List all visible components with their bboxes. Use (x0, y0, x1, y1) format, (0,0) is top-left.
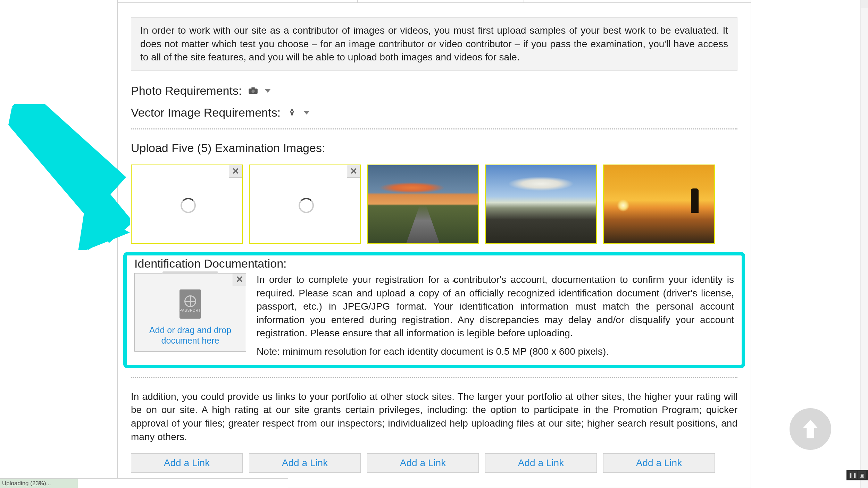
inactive-tab-edge (357, 0, 524, 2)
passport-icon: PASSPORT (180, 289, 201, 319)
scroll-to-top-button[interactable] (790, 408, 831, 450)
main-content-panel: In order to work with our site as a cont… (117, 0, 751, 488)
document-dropzone[interactable]: ✕ PASSPORT Add or drag and drop document… (134, 273, 246, 352)
svg-point-3 (291, 111, 293, 112)
upload-section-title: Upload Five (5) Examination Images: (131, 141, 751, 155)
thumbnail-image (604, 165, 714, 243)
loading-spinner-icon (181, 198, 193, 210)
svg-point-2 (252, 90, 255, 93)
close-icon[interactable]: ✕ (347, 165, 360, 178)
chevron-down-icon (265, 89, 271, 93)
add-link-button[interactable]: Add a Link (485, 453, 597, 473)
exam-thumb-3[interactable]: ✕ (367, 165, 479, 244)
exam-thumb-1[interactable]: ✕ (131, 165, 243, 244)
add-link-button[interactable]: Add a Link (367, 453, 479, 473)
doc-upload-progress (162, 271, 218, 274)
present-button[interactable]: ▣ (858, 471, 866, 479)
pen-nib-icon (287, 108, 297, 117)
photo-requirements-row[interactable]: Photo Requirements: (131, 84, 737, 98)
tab-strip (118, 0, 751, 3)
exam-thumb-2[interactable]: ✕ (249, 165, 361, 244)
close-icon[interactable]: ✕ (229, 165, 242, 178)
add-link-button[interactable]: Add a Link (603, 453, 715, 473)
examination-thumbnails: ✕ ✕ ✕ ✕ ✕ (131, 165, 751, 244)
photo-requirements-label: Photo Requirements: (131, 84, 242, 98)
thumbnail-image (486, 165, 596, 243)
section-divider (131, 377, 737, 378)
close-icon[interactable]: ✕ (233, 274, 246, 286)
portfolio-links-intro: In addition, you could provide us links … (131, 390, 737, 444)
dropzone-label: Add or drag and drop document here (135, 325, 246, 346)
exam-thumb-4[interactable]: ✕ (485, 165, 597, 244)
section-divider (131, 128, 737, 129)
add-link-button[interactable]: Add a Link (249, 453, 361, 473)
upload-status-text: Uploading (23%)... (0, 480, 51, 487)
loading-spinner-icon (299, 198, 311, 210)
exam-thumb-5[interactable]: ✕ (603, 165, 715, 244)
identification-body-text: In order to complete your registration f… (257, 273, 734, 340)
vector-requirements-label: Vector Image Requirements: (131, 106, 281, 119)
svg-marker-4 (8, 104, 130, 243)
identification-note: Note: minimum resolution for each identi… (257, 345, 734, 359)
add-link-button[interactable]: Add a Link (131, 453, 243, 473)
presentation-mini-controls: ❚❚ ▣ (846, 470, 868, 480)
pause-button[interactable]: ❚❚ (849, 471, 857, 479)
upload-status-bar: Uploading (23%)... (0, 478, 288, 488)
identification-section-highlight: Identification Documentation: ⌖ ✕ PASSPO… (123, 252, 745, 368)
identification-title: Identification Documentation: (134, 257, 734, 270)
svg-rect-1 (252, 87, 255, 89)
camera-icon (248, 86, 258, 95)
page-scrollbar[interactable] (860, 0, 868, 488)
portfolio-link-buttons: Add a Link Add a Link Add a Link Add a L… (131, 453, 751, 473)
vector-requirements-row[interactable]: Vector Image Requirements: (131, 106, 737, 119)
thumbnail-image (368, 165, 478, 243)
chevron-down-icon (303, 111, 310, 115)
svg-rect-6 (12, 104, 126, 195)
arrow-up-icon (801, 418, 820, 440)
intro-text-box: In order to work with our site as a cont… (131, 17, 737, 71)
annotation-arrow-icon (5, 104, 130, 251)
identification-body: In order to complete your registration f… (257, 273, 734, 359)
intro-text: In order to work with our site as a cont… (140, 25, 728, 62)
